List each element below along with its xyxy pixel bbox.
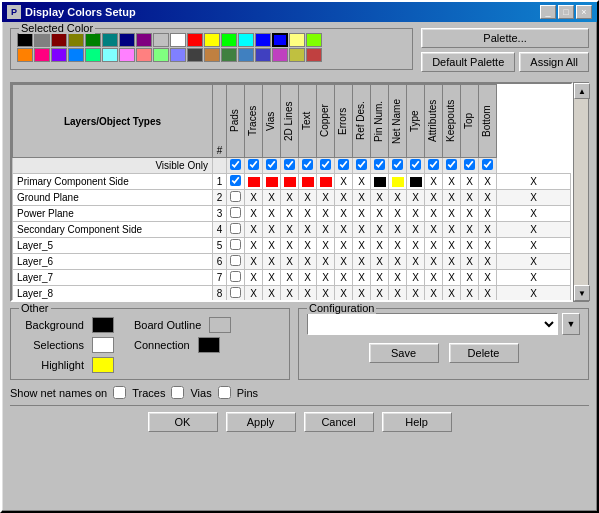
palette-button[interactable]: Palette... [421,28,589,48]
ok-button[interactable]: OK [148,412,218,432]
layer-4-check[interactable] [227,222,245,238]
color-swatch-5[interactable] [102,33,118,47]
color-swatch-20[interactable] [51,48,67,62]
vis-pinnum-check[interactable] [371,158,389,174]
color-swatch-31[interactable] [238,48,254,62]
color-swatch-10[interactable] [187,33,203,47]
color-swatch-1[interactable] [34,33,50,47]
color-swatch-26[interactable] [153,48,169,62]
connection-color[interactable] [198,337,220,353]
layer-2-check[interactable] [227,190,245,206]
vis-traces-check[interactable] [245,158,263,174]
layers-col-header: Layers/Object Types [13,85,213,158]
color-swatch-27[interactable] [170,48,186,62]
layer-6-check[interactable] [227,254,245,270]
vias-checkbox[interactable] [171,386,184,399]
vis-netname-check[interactable] [389,158,407,174]
color-swatch-7[interactable] [136,33,152,47]
vis-top-check[interactable] [461,158,479,174]
layer-row-4: Secondary Component Side 4 XXXXXXXXXXXXX… [13,222,571,238]
help-button[interactable]: Help [382,412,452,432]
color-swatch-11[interactable] [204,33,220,47]
layer-1-pads[interactable] [245,174,263,190]
delete-button[interactable]: Delete [449,343,519,363]
color-swatch-32[interactable] [255,48,271,62]
color-swatch-22[interactable] [85,48,101,62]
color-swatch-24[interactable] [119,48,135,62]
traces-checkbox[interactable] [113,386,126,399]
layer-3-check[interactable] [227,206,245,222]
board-outline-color[interactable] [209,317,231,333]
pins-checkbox[interactable] [218,386,231,399]
selections-color[interactable] [92,337,114,353]
scroll-up-button[interactable]: ▲ [574,83,590,99]
top-button-group: Palette... Default Palette Assign All [421,28,589,72]
vis-vias-check[interactable] [263,158,281,174]
vis-keepouts-check[interactable] [443,158,461,174]
color-swatch-2[interactable] [51,33,67,47]
color-swatch-14[interactable] [255,33,271,47]
scroll-track[interactable] [574,99,588,285]
vis-text-check[interactable] [299,158,317,174]
layer-1-traces[interactable] [263,174,281,190]
layer-1-2dlines[interactable] [299,174,317,190]
scroll-down-button[interactable]: ▼ [574,285,590,301]
color-swatch-17[interactable] [306,33,322,47]
color-swatch-13[interactable] [238,33,254,47]
vis-errors-check[interactable] [335,158,353,174]
config-dropdown[interactable] [307,313,558,335]
background-color[interactable] [92,317,114,333]
color-swatch-9[interactable] [170,33,186,47]
layer-1-check[interactable] [227,174,245,190]
maximize-button[interactable]: □ [558,5,574,19]
other-group: Other Background Board Outline Selection… [10,308,290,380]
assign-all-button[interactable]: Assign All [519,52,589,72]
layer-8-num: 8 [213,286,227,301]
layer-1-text[interactable] [317,174,335,190]
vis-type-check[interactable] [407,158,425,174]
color-swatch-8[interactable] [153,33,169,47]
vis-copper-check[interactable] [317,158,335,174]
close-button[interactable]: × [576,5,592,19]
color-swatch-30[interactable] [221,48,237,62]
layer-1-pinnum[interactable] [389,174,407,190]
cancel-button[interactable]: Cancel [304,412,374,432]
color-swatch-28[interactable] [187,48,203,62]
layer-3-num: 3 [213,206,227,222]
minimize-button[interactable]: _ [540,5,556,19]
color-swatch-25[interactable] [136,48,152,62]
layer-5-check[interactable] [227,238,245,254]
color-swatch-15-selected[interactable] [272,33,288,47]
vis-2dlines-check[interactable] [281,158,299,174]
color-swatch-33[interactable] [272,48,288,62]
color-swatch-12[interactable] [221,33,237,47]
layer-7-check[interactable] [227,270,245,286]
color-swatch-0[interactable] [17,33,33,47]
layer-1-refdes[interactable] [371,174,389,190]
save-button[interactable]: Save [369,343,439,363]
color-swatch-4[interactable] [85,33,101,47]
layer-8-check[interactable] [227,286,245,301]
dropdown-arrow[interactable]: ▼ [562,313,580,335]
color-swatch-16[interactable] [289,33,305,47]
default-palette-button[interactable]: Default Palette [421,52,515,72]
color-swatch-35[interactable] [306,48,322,62]
color-swatch-23[interactable] [102,48,118,62]
layer-1-netname[interactable] [407,174,425,190]
vis-pads-check[interactable] [227,158,245,174]
attributes-col-header: Attributes [425,85,443,158]
layer-1-vias[interactable] [281,174,299,190]
color-swatch-19[interactable] [34,48,50,62]
color-swatch-3[interactable] [68,33,84,47]
color-swatch-29[interactable] [204,48,220,62]
color-swatch-34[interactable] [289,48,305,62]
color-swatch-18[interactable] [17,48,33,62]
vis-attr-check[interactable] [425,158,443,174]
vis-bottom-check[interactable] [479,158,497,174]
vis-refdes-check[interactable] [353,158,371,174]
highlight-color[interactable] [92,357,114,373]
color-swatch-6[interactable] [119,33,135,47]
layer-3-name: Power Plane [13,206,213,222]
color-swatch-21[interactable] [68,48,84,62]
apply-button[interactable]: Apply [226,412,296,432]
